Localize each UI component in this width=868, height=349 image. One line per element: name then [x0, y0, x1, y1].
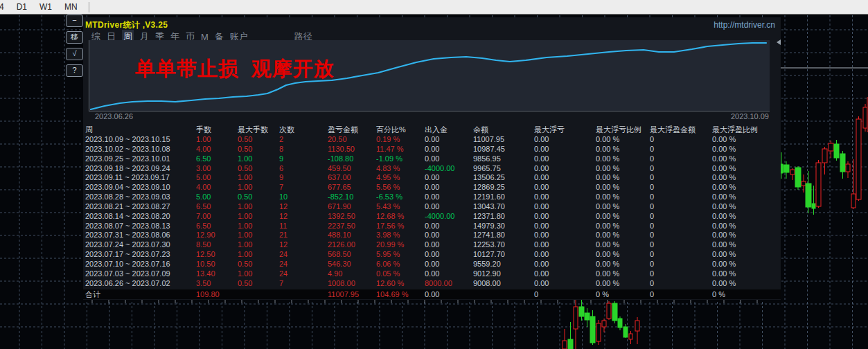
timeframe-toolbar: 4D1W1MN — [0, 0, 868, 15]
cell: 9008.00 — [473, 279, 534, 289]
cell: 12741.80 — [473, 231, 534, 240]
cell: 0 — [650, 279, 712, 289]
cell: 0 — [650, 183, 712, 193]
cell: 2023.07.17 ~ 2023.07.23 — [85, 250, 196, 260]
table-row[interactable]: 2023.07.24 ~ 2023.07.308.501.00122126.00… — [85, 240, 781, 250]
total-cell: 109.80 — [196, 289, 238, 299]
cell: 0.50 — [238, 135, 279, 145]
cell: 0.00 — [425, 183, 473, 193]
cell: 0.00 % — [596, 269, 650, 279]
panel-url-link[interactable]: http://mtdriver.cn — [714, 20, 775, 30]
cell: 1.00 — [238, 222, 279, 231]
cell: 12253.70 — [473, 240, 534, 250]
minimize-button[interactable]: − — [66, 15, 83, 27]
cell: 671.90 — [328, 202, 376, 212]
cell: 4.00 — [196, 183, 238, 193]
cell: 0.00 % — [596, 222, 650, 231]
cell: 1.00 — [238, 240, 279, 250]
table-row[interactable]: 2023.07.31 ~ 2023.08.0612.901.0021488.10… — [85, 231, 781, 240]
table-row[interactable]: 2023.10.02 ~ 2023.10.084.000.5081130.501… — [85, 145, 781, 154]
cell: 0.00 % — [712, 154, 781, 164]
table-row[interactable]: 2023.08.21 ~ 2023.08.276.501.0012671.905… — [85, 202, 781, 212]
cell: 2023.08.21 ~ 2023.08.27 — [85, 202, 196, 212]
cell: 6.06 % — [376, 260, 425, 269]
table-row[interactable]: 2023.07.03 ~ 2023.07.0913.401.00244.900.… — [85, 269, 781, 279]
cell: 2023.08.14 ~ 2023.08.20 — [85, 212, 196, 222]
cell: 7.00 — [196, 212, 238, 222]
mtdriver-stats-panel[interactable]: MTDriver统计 ,V3.25 http://mtdriver.cn 综日周… — [83, 17, 781, 300]
cell: 0.50 — [238, 193, 279, 202]
table-row[interactable]: 2023.09.25 ~ 2023.10.016.501.009-108.80-… — [85, 154, 781, 164]
cell: 2023.09.11 ~ 2023.09.17 — [85, 173, 196, 183]
column-header: 最大浮亏比例 — [596, 125, 650, 134]
table-row[interactable]: 2023.08.14 ~ 2023.08.207.001.00121392.50… — [85, 212, 781, 222]
cell: 10127.70 — [473, 250, 534, 260]
cell: 0 — [650, 250, 712, 260]
table-total-row: 合计109.8011007.95104.69 %0.0000 %00 % — [83, 289, 781, 299]
cell: 12 — [279, 202, 328, 212]
move-button[interactable]: 移 — [66, 31, 83, 44]
cell: 0.00 — [534, 212, 596, 222]
panel-side-buttons: −移√? — [66, 15, 83, 81]
cell: 14979.30 — [473, 222, 534, 231]
total-cell — [473, 289, 534, 299]
toolbar-separator — [89, 2, 89, 12]
cell: 0.00 % — [596, 212, 650, 222]
timeframe-button-mn[interactable]: MN — [60, 2, 82, 12]
cell: -852.10 — [328, 193, 376, 202]
cell: 12.90 — [196, 231, 238, 240]
cell: 11.47 % — [376, 145, 425, 154]
help-button[interactable]: ? — [66, 64, 83, 77]
cell: 0.00 — [534, 193, 596, 202]
table-row[interactable]: 2023.09.11 ~ 2023.09.175.001.009637.004.… — [85, 173, 781, 183]
cell: 13506.25 — [473, 173, 534, 183]
table-row[interactable]: 2023.08.28 ~ 2023.09.035.000.5010-852.10… — [85, 193, 781, 202]
cell: 0.00 — [425, 135, 473, 145]
cell: 1.00 — [238, 202, 279, 212]
timeframe-button-4[interactable]: 4 — [0, 2, 8, 12]
cell: 0.50 — [238, 279, 279, 289]
total-cell: 11007.95 — [328, 289, 376, 299]
table-row[interactable]: 2023.09.04 ~ 2023.09.104.001.007677.655.… — [85, 183, 781, 193]
cell: 0.50 — [238, 145, 279, 154]
cell: 4.00 — [196, 145, 238, 154]
table-row[interactable]: 2023.07.10 ~ 2023.07.1610.500.5024546.30… — [85, 260, 781, 269]
cell: 10.50 — [196, 260, 238, 269]
column-header: 周 — [85, 125, 196, 134]
cell: -4000.00 — [425, 212, 473, 222]
chart-annotation: 单单带止损 观摩开放 — [135, 55, 335, 83]
total-cell: 合计 — [85, 289, 196, 299]
table-row[interactable]: 2023.08.07 ~ 2023.08.136.501.00112237.50… — [85, 222, 781, 231]
cell: 0.00 — [425, 145, 473, 154]
cell: 0 — [650, 260, 712, 269]
timeframe-button-w1[interactable]: W1 — [35, 2, 56, 12]
cell: 3.00 — [196, 164, 238, 174]
table-row[interactable]: 2023.07.17 ~ 2023.07.2312.501.0024568.50… — [85, 250, 781, 260]
cell: 5.95 % — [376, 250, 425, 260]
cell: 1.00 — [238, 183, 279, 193]
weekly-stats-table: 周手数最大手数次数盈亏金额百分比%出入金余额最大浮亏最大浮亏比例最大浮盈金额最大… — [85, 125, 781, 289]
cell: 0.00 % — [596, 279, 650, 289]
cell: 0.00 — [425, 269, 473, 279]
cell: 21 — [279, 231, 328, 240]
check-button[interactable]: √ — [66, 48, 83, 60]
cell: 7 — [279, 279, 328, 289]
table-row[interactable]: 2023.06.26 ~ 2023.07.023.500.5071008.001… — [85, 279, 781, 289]
cell: 24 — [279, 260, 328, 269]
cell: 0.00 — [534, 240, 596, 250]
cell: 0 — [650, 240, 712, 250]
cell: 0.50 — [238, 260, 279, 269]
table-row[interactable]: 2023.09.18 ~ 2023.09.243.000.506459.504.… — [85, 164, 781, 174]
cell: 12.50 — [196, 250, 238, 260]
cell: 0.00 % — [596, 202, 650, 212]
cell: 10 — [279, 193, 328, 202]
cell: 0 — [650, 269, 712, 279]
timeframe-button-d1[interactable]: D1 — [12, 2, 31, 12]
table-row[interactable]: 2023.10.09 ~ 2023.10.151.000.50220.500.1… — [85, 135, 781, 145]
cell: 0.00 — [425, 260, 473, 269]
cell: 0.00 % — [596, 183, 650, 193]
cell: 20.99 % — [376, 240, 425, 250]
cell: 1.00 — [238, 154, 279, 164]
cell: 0.00 — [425, 202, 473, 212]
cell: 1008.00 — [328, 279, 376, 289]
